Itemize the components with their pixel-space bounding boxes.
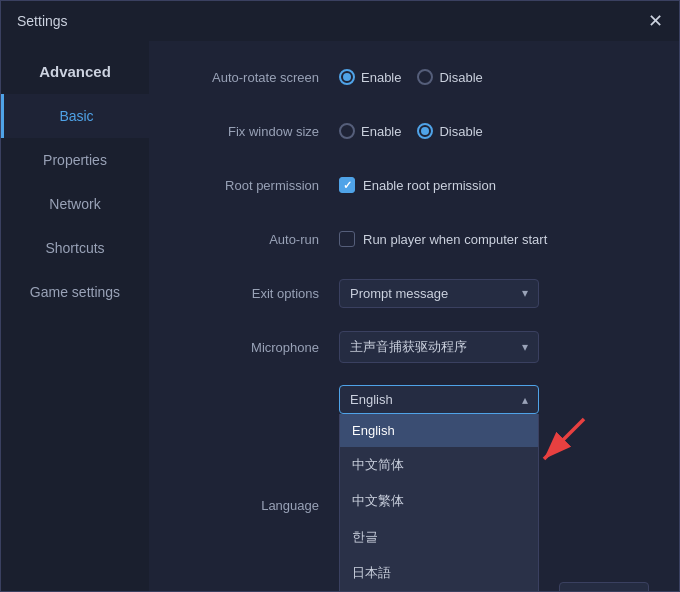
main-area: Advanced Basic Properties Network Shortc… (1, 41, 679, 591)
language-option-english[interactable]: English (340, 414, 538, 447)
language-option-japanese[interactable]: 日本語 (340, 555, 538, 591)
root-permission-checkbox-group[interactable]: ✓ Enable root permission (339, 177, 496, 193)
fix-window-controls: Enable Disable (339, 123, 649, 139)
fix-window-enable-label: Enable (361, 124, 401, 139)
auto-run-row: Auto-run Run player when computer start (179, 223, 649, 255)
language-dropdown-menu: English 中文简体 中文繁体 한글 日本語 Tiếng Việt (339, 414, 539, 591)
auto-rotate-disable-label: Disable (439, 70, 482, 85)
auto-rotate-controls: Enable Disable (339, 69, 649, 85)
auto-run-checkbox-group[interactable]: Run player when computer start (339, 231, 547, 247)
sidebar-item-basic[interactable]: Basic (1, 94, 149, 138)
root-permission-label: Root permission (179, 178, 339, 193)
auto-rotate-row: Auto-rotate screen Enable Disable (179, 61, 649, 93)
language-option-korean[interactable]: 한글 (340, 519, 538, 555)
auto-rotate-enable-label: Enable (361, 70, 401, 85)
language-option-zh-traditional[interactable]: 中文繁体 (340, 483, 538, 519)
language-option-zh-simplified[interactable]: 中文简体 (340, 447, 538, 483)
language-dropdown-container: English ▴ English 中文简体 中文繁体 한글 日本語 Tiếng… (339, 385, 539, 591)
microphone-row: Microphone 主声音捕获驱动程序 ▾ (179, 331, 649, 363)
auto-rotate-disable[interactable]: Disable (417, 69, 482, 85)
auto-run-controls: Run player when computer start (339, 231, 649, 247)
auto-rotate-enable[interactable]: Enable (339, 69, 401, 85)
fix-window-enable-radio[interactable] (339, 123, 355, 139)
exit-options-arrow: ▾ (522, 286, 528, 300)
root-permission-row: Root permission ✓ Enable root permission (179, 169, 649, 201)
sidebar: Advanced Basic Properties Network Shortc… (1, 41, 149, 591)
sidebar-item-network[interactable]: Network (1, 182, 149, 226)
auto-run-checkbox-label: Run player when computer start (363, 232, 547, 247)
language-row: Language English ▴ English 中文简体 中文繁体 (179, 385, 649, 591)
exit-options-label: Exit options (179, 286, 339, 301)
fix-window-disable-label: Disable (439, 124, 482, 139)
sidebar-item-advanced[interactable]: Advanced (1, 49, 149, 94)
title-bar: Settings ✕ (1, 1, 679, 41)
fix-window-disable-radio-fill (421, 127, 429, 135)
content-area: Auto-rotate screen Enable Disable (149, 41, 679, 591)
language-controls: English ▴ English 中文简体 中文繁体 한글 日本語 Tiếng… (339, 385, 649, 591)
auto-rotate-enable-radio[interactable] (339, 69, 355, 85)
language-label: Language (179, 498, 339, 513)
fix-window-disable[interactable]: Disable (417, 123, 482, 139)
close-button[interactable]: ✕ (648, 12, 663, 30)
microphone-label: Microphone (179, 340, 339, 355)
language-value: English (350, 392, 393, 407)
microphone-controls: 主声音捕获驱动程序 ▾ (339, 331, 649, 363)
fix-window-label: Fix window size (179, 124, 339, 139)
fix-window-enable[interactable]: Enable (339, 123, 401, 139)
microphone-dropdown[interactable]: 主声音捕获驱动程序 ▾ (339, 331, 539, 363)
root-permission-checkbox[interactable]: ✓ (339, 177, 355, 193)
content-wrapper: Auto-rotate screen Enable Disable (179, 61, 649, 591)
fix-window-disable-radio[interactable] (417, 123, 433, 139)
language-arrow: ▴ (522, 393, 528, 407)
language-dropdown[interactable]: English ▴ (339, 385, 539, 414)
checkmark-icon: ✓ (343, 179, 352, 192)
exit-options-row: Exit options Prompt message ▾ (179, 277, 649, 309)
microphone-arrow: ▾ (522, 340, 528, 354)
auto-rotate-label: Auto-rotate screen (179, 70, 339, 85)
fix-window-row: Fix window size Enable Disable (179, 115, 649, 147)
auto-rotate-disable-radio[interactable] (417, 69, 433, 85)
cancel-button[interactable]: Cancel (559, 582, 649, 591)
exit-options-dropdown[interactable]: Prompt message ▾ (339, 279, 539, 308)
auto-run-checkbox[interactable] (339, 231, 355, 247)
sidebar-item-shortcuts[interactable]: Shortcuts (1, 226, 149, 270)
settings-window: Settings ✕ Advanced Basic Properties Net… (0, 0, 680, 592)
exit-options-value: Prompt message (350, 286, 448, 301)
root-permission-checkbox-label: Enable root permission (363, 178, 496, 193)
auto-rotate-enable-radio-fill (343, 73, 351, 81)
exit-options-controls: Prompt message ▾ (339, 279, 649, 308)
microphone-value: 主声音捕获驱动程序 (350, 338, 467, 356)
sidebar-item-game-settings[interactable]: Game settings (1, 270, 149, 314)
sidebar-item-properties[interactable]: Properties (1, 138, 149, 182)
auto-run-label: Auto-run (179, 232, 339, 247)
window-title: Settings (17, 13, 68, 29)
root-permission-controls: ✓ Enable root permission (339, 177, 649, 193)
